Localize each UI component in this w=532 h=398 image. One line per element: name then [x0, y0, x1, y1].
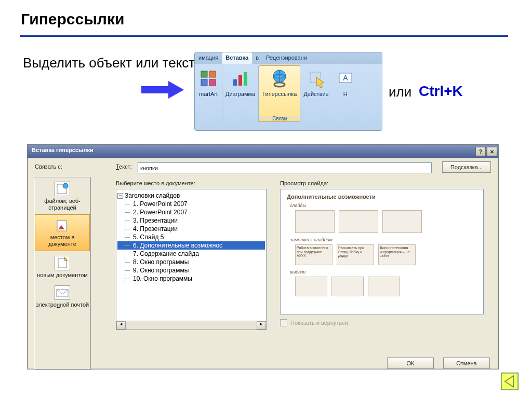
tree-item[interactable]: 9. Окно программы	[117, 266, 265, 275]
tree-item[interactable]: 10. Окно программы	[117, 275, 265, 283]
preview-thumb	[295, 210, 335, 233]
textbox-icon: A	[335, 68, 356, 89]
email-icon	[55, 285, 70, 300]
scroll-right-icon[interactable]: ►	[257, 321, 266, 330]
tree-item[interactable]: 8. Окно программы	[117, 258, 265, 266]
preview-thumb: Рассказать про Рапку, бабку и дедку.	[337, 244, 374, 265]
preview-section: выдачи	[281, 266, 483, 276]
svg-marker-12	[316, 77, 324, 88]
email-label: электронной почтой	[36, 301, 89, 308]
scroll-left-icon[interactable]: ◄	[116, 321, 126, 330]
thumb-label: Рассказать про Рапку, бабку и дедку.	[337, 245, 374, 259]
ribbon-tab-anim[interactable]: имация	[195, 52, 222, 64]
collapse-icon[interactable]: –	[117, 193, 123, 199]
select-place-label: Выберите место в документе:	[116, 180, 195, 186]
preview-slide-title: Дополнительные возможности	[281, 189, 483, 200]
svg-marker-20	[64, 257, 68, 260]
chart-label: Диаграмма	[225, 91, 255, 97]
slide-preview: Дополнительные возможности слайды заметк…	[280, 189, 484, 314]
insert-hyperlink-dialog: Вставка гиперссылки ? ✕ Связать с: Текст…	[27, 144, 499, 369]
svg-rect-5	[209, 79, 216, 86]
new-doc-icon	[55, 256, 70, 270]
tree-item[interactable]: 4. Презентации	[117, 225, 265, 233]
preview-thumb: Работа выполнена при поддержке АУУХ	[295, 244, 332, 265]
chart-icon	[230, 68, 251, 89]
ok-button[interactable]: ОК	[387, 358, 434, 369]
link-type-email[interactable]: электронной почтой	[34, 281, 90, 311]
show-return-row: Показать и вернуться	[280, 319, 348, 326]
tree-root-label: Заголовки слайдов	[125, 192, 180, 199]
instruction-text: Выделить объект или текст	[23, 54, 195, 72]
ribbon-tab-v[interactable]: в	[252, 52, 262, 64]
arrow-right-icon	[136, 77, 188, 103]
or-text: или	[389, 84, 411, 100]
title-underline	[20, 35, 508, 37]
tree-item[interactable]: 1. PowerPoint 2007	[117, 200, 265, 208]
preview-thumb	[339, 210, 378, 233]
ribbon-hyperlink[interactable]: Гиперссылка Связи	[259, 65, 300, 122]
slide-title: Гиперссылки	[21, 10, 124, 28]
nav-back-icon[interactable]	[500, 372, 520, 391]
svg-rect-3	[209, 71, 216, 77]
preview-section: заметки к слайдам	[281, 234, 483, 243]
text-label: Текст:	[116, 163, 132, 170]
svg-rect-2	[201, 71, 207, 77]
thumb-label: Дополнительная информация – на сайте	[379, 245, 415, 259]
svg-marker-1	[168, 81, 184, 99]
hint-button[interactable]: Подсказка...	[442, 161, 491, 173]
ribbon-tabs: имация Вставка в Рецензировани	[195, 52, 382, 64]
preview-thumb	[295, 277, 327, 296]
slide-tree[interactable]: – Заголовки слайдов 1. PowerPoint 2007 2…	[116, 189, 267, 330]
svg-rect-6	[233, 79, 237, 86]
ribbon-insert-tab: имация Вставка в Рецензировани martArt Д…	[194, 52, 382, 131]
svg-rect-7	[238, 75, 242, 86]
link-type-file-web[interactable]: файлом, веб-страницей	[34, 177, 90, 214]
place-icon	[55, 219, 70, 232]
tree-hscrollbar[interactable]: ◄ ►	[116, 321, 266, 330]
dialog-title: Вставка гиперссылки	[32, 147, 94, 158]
preview-thumb: Дополнительная информация – на сайте	[378, 244, 416, 265]
hyperlink-label: Гиперссылка	[262, 91, 297, 97]
file-web-label: файлом, веб-страницей	[44, 198, 80, 211]
ribbon-group-links: Связи	[259, 116, 300, 121]
place-label: местом в документе	[48, 234, 76, 247]
show-return-checkbox	[280, 319, 287, 326]
ribbon-last[interactable]: A Н	[332, 66, 359, 122]
svg-rect-4	[201, 79, 207, 86]
cancel-button[interactable]: Отмена	[443, 358, 490, 369]
svg-rect-8	[244, 72, 247, 86]
show-return-label: Показать и вернуться	[290, 320, 348, 326]
dialog-titlebar: Вставка гиперссылки ? ✕	[28, 145, 498, 158]
preview-thumb	[331, 277, 364, 296]
preview-label: Просмотр слайда:	[280, 180, 328, 186]
link-type-new-doc[interactable]: новым документом	[34, 252, 90, 282]
tree-item[interactable]: 7. Содержание слайда	[117, 250, 265, 258]
action-icon	[306, 68, 327, 89]
tree-item-selected[interactable]: 6. Дополнительные возможнос	[117, 241, 265, 250]
shortcut-text: Ctrl+K	[419, 83, 463, 100]
text-input[interactable]	[138, 162, 432, 173]
smartart-icon	[198, 68, 219, 89]
preview-thumb	[382, 210, 422, 233]
svg-rect-0	[141, 86, 168, 93]
ribbon-tab-review[interactable]: Рецензировани	[262, 52, 311, 64]
thumb-label: Работа выполнена при поддержке АУУХ	[296, 245, 332, 259]
help-button[interactable]: ?	[475, 147, 486, 156]
preview-section: слайды	[281, 200, 483, 209]
ribbon-smartart[interactable]: martArt	[195, 66, 222, 122]
close-button[interactable]: ✕	[487, 147, 497, 156]
link-type-place[interactable]: местом в документе	[35, 214, 90, 251]
action-label: Действие	[303, 91, 328, 97]
ribbon-action[interactable]: Действие	[300, 66, 331, 122]
tree-item[interactable]: 5. Слайд 5	[117, 233, 265, 241]
tree-root[interactable]: – Заголовки слайдов	[117, 191, 265, 200]
preview-thumb	[368, 277, 400, 296]
smartart-label: martArt	[199, 91, 218, 97]
svg-text:A: A	[343, 74, 348, 82]
ribbon-chart[interactable]: Диаграмма	[222, 66, 259, 122]
file-web-icon	[55, 182, 70, 196]
tree-item[interactable]: 2. PowerPoint 2007	[117, 208, 265, 216]
tree-item[interactable]: 3. Презентации	[117, 216, 265, 225]
ribbon-tab-insert[interactable]: Вставка	[222, 52, 252, 64]
link-type-panel: файлом, веб-страницей местом в документе…	[34, 177, 91, 370]
